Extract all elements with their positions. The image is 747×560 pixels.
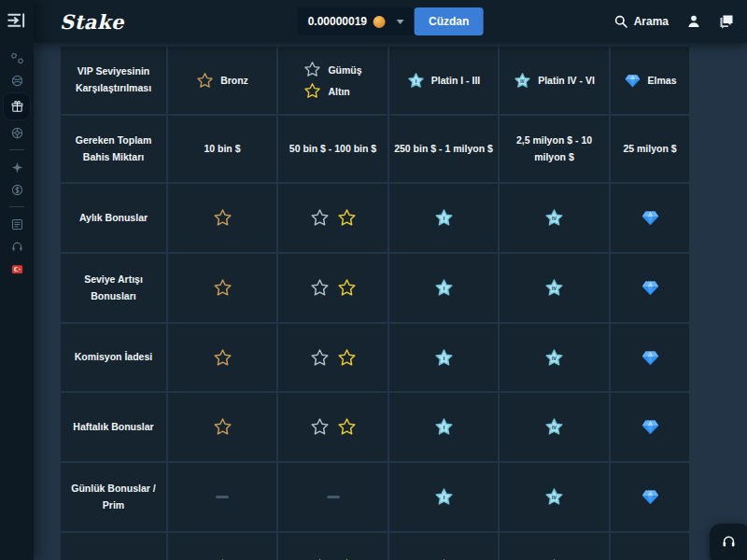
vip-table-cell: IV	[500, 463, 609, 531]
platin4-star-icon: IV	[544, 278, 564, 298]
coin-dollar-icon	[10, 183, 24, 197]
vip-table-cell	[168, 324, 276, 391]
sidebar-divider	[9, 206, 24, 207]
vip-table-title-text: VIP Seviyesinin Karşılaştırılması	[64, 63, 162, 97]
bronze-star-icon	[196, 72, 214, 90]
vip-table-cell	[611, 463, 689, 531]
platin1-star-icon: I	[434, 348, 454, 368]
diamond-icon	[624, 72, 641, 90]
svg-text:I: I	[443, 424, 444, 430]
tier-entry: Gümüş	[303, 61, 361, 78]
language-flag-tr-icon	[10, 262, 24, 276]
balance-group: 0.00000019 Cüzdan	[298, 7, 484, 35]
sidebar-toggle-icon[interactable]	[7, 11, 27, 30]
stake-logo[interactable]: Stake	[60, 10, 124, 34]
wallet-button[interactable]: Cüzdan	[415, 7, 483, 35]
row-label-text: Seviye Artışı Bonusları	[64, 272, 162, 305]
silver-star-icon	[310, 348, 330, 368]
vip-table-cell: 25 milyon $	[611, 116, 689, 182]
balance-dropdown[interactable]: 0.00000019	[298, 7, 415, 35]
bronze-star-icon	[213, 208, 233, 228]
tier-entry: IPlatin I - III	[407, 72, 481, 90]
sidebar-item-sponsorships[interactable]	[4, 121, 30, 144]
cell-value: 10 bin $	[204, 141, 240, 158]
diamond-icon	[641, 487, 660, 507]
tier-label: Gümüş	[328, 64, 361, 76]
row-label: Seviye Artışı Bonusları	[61, 254, 166, 322]
gold-star-icon	[337, 348, 357, 368]
sidebar-item-sports[interactable]	[4, 69, 30, 91]
sidebar-item-support-headset[interactable]	[4, 235, 30, 258]
search-button[interactable]: Arama	[613, 14, 669, 29]
tier-header-stack: IVPlatin IV - VI	[514, 70, 595, 91]
tier-label: Bronz	[220, 75, 248, 86]
gold-star-icon	[337, 208, 357, 228]
svg-text:I: I	[443, 354, 444, 360]
vip-table-cell: I	[389, 324, 498, 391]
search-icon	[613, 14, 628, 29]
battles-icon	[10, 51, 24, 65]
gold-star-icon	[337, 417, 357, 437]
vip-table-cell	[168, 254, 276, 322]
vip-table-cell	[278, 184, 388, 252]
platin1-star-icon: I	[434, 487, 454, 507]
sidebar-item-coin-dollar[interactable]	[4, 178, 30, 201]
user-profile-icon[interactable]	[686, 14, 701, 29]
vip-table-cell: 10 bin $	[168, 116, 276, 182]
sidebar-items	[0, 47, 34, 280]
svg-text:IV: IV	[552, 355, 557, 360]
vip-tier-header: Bronz	[168, 47, 276, 114]
vip-table-cell	[278, 533, 388, 560]
svg-text:IV: IV	[552, 425, 557, 430]
vip-table-cell: I	[389, 184, 498, 252]
sidebar-item-promotions-gift[interactable]	[4, 93, 30, 119]
vip-spark-icon	[10, 161, 24, 175]
tier-header-stack: Elmas	[624, 70, 677, 91]
svg-text:I: I	[443, 215, 444, 221]
cell-value: 25 milyon $	[623, 141, 676, 158]
platin4-star-icon: IV	[544, 208, 564, 228]
row-label-text: Komisyon İadesi	[75, 349, 152, 366]
vip-tier-header: GümüşAltın	[278, 47, 388, 114]
svg-text:I: I	[443, 285, 444, 291]
row-label-text: Gereken Toplam Bahis Miktarı	[64, 133, 162, 166]
vip-table-cell	[168, 393, 276, 461]
row-label-text: Günlük Bonuslar / Prim	[64, 481, 162, 514]
vip-table-cell: IV	[500, 254, 609, 322]
cell-value: 2,5 milyon $ - 10 milyon $	[503, 133, 605, 166]
sidebar	[0, 0, 34, 560]
vip-table-cell	[611, 533, 689, 560]
vip-table-cell	[278, 254, 388, 322]
row-label: Günlük Bonuslar / Prim	[61, 463, 166, 531]
sidebar-item-battles[interactable]	[4, 47, 30, 69]
vip-table-cell: I	[389, 533, 498, 560]
tier-entry: Altın	[303, 82, 349, 100]
row-label	[61, 533, 166, 560]
tier-label: Platin IV - VI	[538, 75, 595, 86]
vip-table-cell: 50 bin $ - 100 bin $	[278, 116, 388, 182]
live-support-button[interactable]	[710, 524, 747, 560]
row-label: Gereken Toplam Bahis Miktarı	[61, 116, 166, 182]
platin4-star-icon: IV	[514, 72, 531, 90]
platin1-star-icon: I	[434, 208, 454, 228]
tier-entry: IVPlatin IV - VI	[514, 72, 595, 90]
diamond-icon	[641, 348, 660, 368]
bronze-star-icon	[213, 278, 233, 298]
platin1-star-icon: I	[407, 72, 425, 90]
sidebar-item-blog[interactable]	[4, 213, 30, 235]
chat-icon[interactable]	[719, 14, 734, 29]
row-label: Haftalık Bonuslar	[61, 393, 166, 461]
platin4-star-icon: IV	[544, 487, 564, 507]
cell-value: 250 bin $ - 1 milyon $	[394, 141, 493, 158]
vip-table-cell	[168, 533, 276, 560]
bronze-star-icon	[213, 348, 233, 368]
gold-star-icon	[337, 278, 357, 298]
silver-star-icon	[303, 61, 321, 78]
vip-table-cell	[278, 324, 388, 391]
tier-label: Platin I - III	[431, 75, 481, 86]
platin4-star-icon: IV	[544, 417, 564, 437]
sports-icon	[10, 74, 24, 88]
vip-table-cell	[278, 463, 388, 531]
sidebar-item-language-flag-tr[interactable]	[4, 258, 30, 280]
sidebar-item-vip-spark[interactable]	[4, 156, 30, 178]
